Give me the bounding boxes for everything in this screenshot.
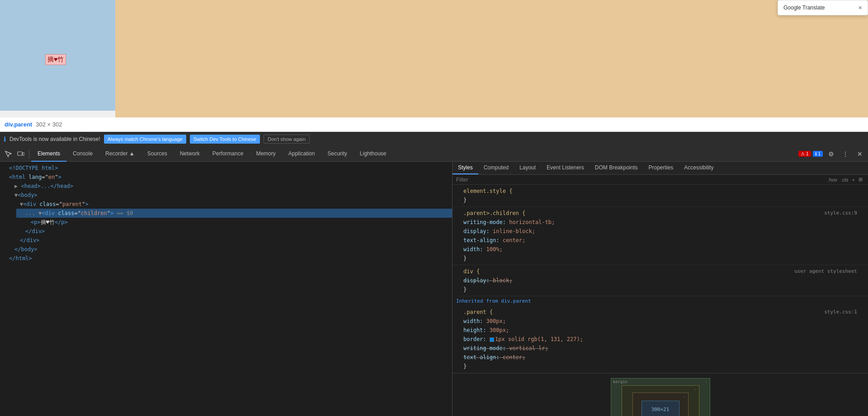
styles-panel: Styles Computed Layout Event Listeners D… — [452, 162, 868, 416]
css-line: } — [456, 196, 864, 205]
devtools-main: <!DOCTYPE html> <html lang="en"> ▶ <head… — [0, 162, 868, 416]
info-icon: ℹ — [4, 136, 6, 143]
box-model-diagram: margin - border - padding - 300×21 — [611, 378, 710, 416]
content-size: 300×21 — [651, 407, 670, 412]
tab-elements[interactable]: Elements — [31, 146, 66, 162]
settings-button[interactable]: ⚙ — [825, 148, 837, 160]
dom-line: </html> — [0, 254, 452, 263]
css-property-line[interactable]: height: 300px; — [456, 326, 864, 335]
always-match-language-button[interactable]: Always match Chrome's language — [104, 135, 186, 144]
css-property-line[interactable]: text-align: center; — [456, 353, 864, 362]
css-line: div { user agent stylesheet — [456, 267, 864, 276]
filter-add-button[interactable]: + — [850, 176, 857, 183]
css-rule-div-useragent: div { user agent stylesheet display: blo… — [453, 265, 868, 296]
device-toolbar-button[interactable] — [14, 148, 27, 160]
dom-line: <html lang="en"> — [0, 173, 452, 182]
toolbar-right: ⚠ 1 ℹ 1 ⚙ ⋮ ✕ — [798, 148, 866, 160]
left-browser-panel: 摘♥竹 — [0, 0, 115, 111]
margin-top: - — [705, 379, 708, 384]
css-property-line[interactable]: text-align: center; — [456, 236, 864, 245]
tab-network[interactable]: Network — [174, 146, 206, 162]
devtools-toolbar: Elements Console Recorder ▲ Sources Netw… — [0, 146, 868, 162]
styles-tab-event-listeners[interactable]: Event Listeners — [541, 162, 590, 174]
box-model-area: margin - border - padding - 300×21 — [453, 373, 868, 416]
dom-panel[interactable]: <!DOCTYPE html> <html lang="en"> ▶ <head… — [0, 162, 452, 416]
css-property-line[interactable]: border: 1px solid rgb(1, 131, 227); — [456, 335, 864, 344]
switch-devtools-chinese-button[interactable]: Switch Dev Tools to Chinese — [190, 135, 260, 144]
css-rule-element-style: element.style { } — [453, 185, 868, 207]
styles-tab-computed[interactable]: Computed — [478, 162, 514, 174]
styles-filter-bar: :hov .cls + ⊞ — [453, 175, 868, 185]
translate-close-button[interactable]: × — [859, 4, 862, 11]
css-line: } — [456, 254, 864, 263]
dom-line: <!DOCTYPE html> — [0, 164, 452, 173]
chinese-text-element: 摘♥竹 — [45, 54, 66, 65]
dom-line: </div> — [16, 227, 452, 236]
right-browser-panel — [115, 0, 868, 117]
css-rule-parent: .parent { style.css:1 width: 300px; heig… — [453, 306, 868, 373]
color-swatch[interactable] — [490, 337, 494, 342]
tab-lighthouse[interactable]: Lighthouse — [354, 146, 393, 162]
filter-more-button[interactable]: ⊞ — [857, 176, 864, 183]
filter-hov-button[interactable]: :hov — [826, 176, 839, 183]
google-translate-label: Google Translate — [783, 5, 825, 11]
margin-label: margin — [613, 379, 628, 384]
error-badge: ⚠ 1 — [798, 151, 811, 157]
dom-line: </body> — [5, 245, 452, 254]
toolbar-divider — [29, 150, 29, 159]
google-translate-popup: Google Translate × — [778, 0, 868, 15]
more-options-button[interactable]: ⋮ — [839, 148, 852, 160]
tab-memory[interactable]: Memory — [250, 146, 282, 162]
css-line: } — [456, 285, 864, 294]
tab-performance[interactable]: Performance — [206, 146, 250, 162]
tab-security[interactable]: Security — [321, 146, 353, 162]
css-property-line[interactable]: writing-mode: vertical-lr; — [456, 344, 864, 353]
dom-line: ▼<body> — [5, 191, 452, 200]
css-line: } — [456, 362, 864, 371]
inspect-element-button[interactable] — [2, 148, 14, 160]
css-line: element.style { — [456, 187, 864, 196]
css-property-line[interactable]: display: inline-block; — [456, 227, 864, 236]
styles-content[interactable]: element.style { } .parent>.children { st… — [453, 185, 868, 416]
styles-tabs: Styles Computed Layout Event Listeners D… — [453, 162, 868, 175]
dom-line: <p>摘♥竹</p> — [22, 218, 452, 227]
border-top: - — [694, 387, 697, 392]
language-info-bar: ℹ DevTools is now available in Chinese! … — [0, 132, 868, 146]
styles-tab-dom-breakpoints[interactable]: DOM Breakpoints — [590, 162, 643, 174]
tab-console[interactable]: Console — [66, 146, 99, 162]
info-text: DevTools is now available in Chinese! — [9, 136, 100, 142]
css-line: .parent>.children { style.css:9 — [456, 209, 864, 218]
close-devtools-button[interactable]: ✕ — [854, 148, 866, 160]
svg-rect-0 — [18, 152, 22, 155]
css-property-line[interactable]: writing-mode: horizontal-tb; — [456, 218, 864, 227]
dom-line: ▼<div class="parent"> — [11, 200, 452, 209]
styles-tab-layout[interactable]: Layout — [514, 162, 541, 174]
padding-top: - — [683, 394, 686, 399]
dont-show-again-button[interactable]: Don't show again — [264, 135, 310, 144]
dom-line-selected[interactable]: ... ▼<div class="children"> == $0 — [16, 209, 452, 218]
css-inherited-label: Inherited from div.parent — [453, 296, 868, 306]
svg-rect-1 — [23, 153, 24, 155]
css-property-line[interactable]: width: 100%; — [456, 245, 864, 254]
dom-line: </div> — [11, 236, 452, 245]
element-label: div.parent — [5, 121, 32, 128]
css-line: .parent { style.css:1 — [456, 308, 864, 317]
devtools-panel: ℹ DevTools is now available in Chinese! … — [0, 132, 868, 416]
styles-tab-styles[interactable]: Styles — [453, 162, 478, 174]
filter-cls-button[interactable]: .cls — [839, 176, 850, 183]
browser-viewport: Google Translate × 摘♥竹 — [0, 0, 868, 117]
tab-recorder[interactable]: Recorder ▲ — [99, 146, 141, 162]
styles-filter-input[interactable] — [456, 177, 826, 183]
css-rule-parent-children: .parent>.children { style.css:9 writing-… — [453, 207, 868, 265]
tab-sources[interactable]: Sources — [141, 146, 174, 162]
box-model-content: 300×21 — [642, 401, 679, 416]
info-badge: ℹ 1 — [813, 151, 823, 157]
element-size: 302 × 302 — [36, 121, 62, 128]
tab-application[interactable]: Application — [282, 146, 321, 162]
dom-line: ▶ <head>...</head> — [5, 182, 452, 191]
styles-tab-accessibility[interactable]: Accessibility — [679, 162, 719, 174]
css-property-line[interactable]: display: block; — [456, 276, 864, 285]
styles-tab-properties[interactable]: Properties — [643, 162, 679, 174]
element-highlight-bar: div.parent 302 × 302 — [0, 117, 868, 132]
css-property-line[interactable]: width: 300px; — [456, 317, 864, 326]
